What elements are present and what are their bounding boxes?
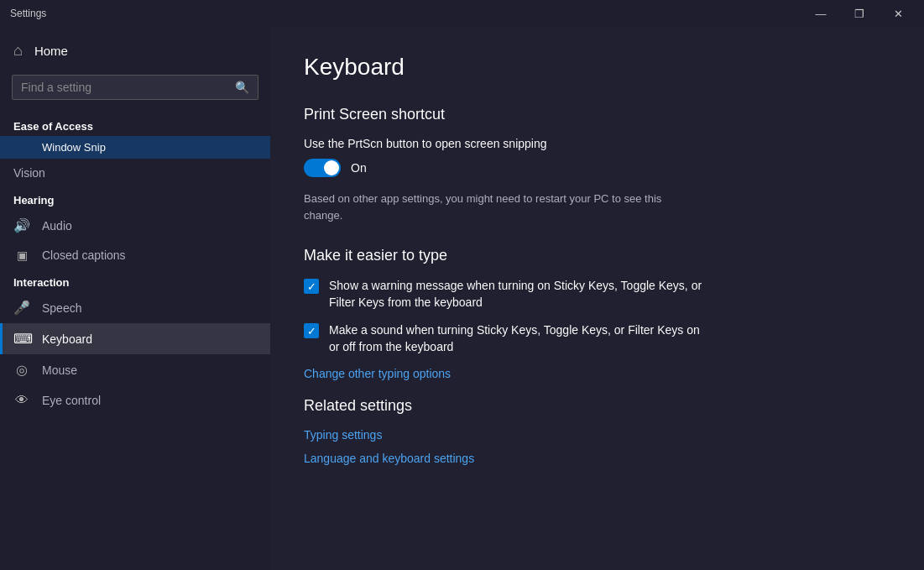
sidebar-home-label: Home: [34, 44, 68, 58]
keyboard-icon: ⌨: [13, 331, 30, 347]
eye-control-icon: 👁: [13, 393, 30, 408]
change-typing-options-link[interactable]: Change other typing options: [304, 367, 890, 380]
titlebar-title: Settings: [10, 8, 46, 19]
search-box: 🔍: [12, 75, 258, 100]
sidebar-item-closed-captions[interactable]: ▣ Closed captions: [0, 241, 270, 269]
titlebar: Settings — ❐ ✕: [0, 0, 924, 27]
section-interaction: Interaction: [0, 269, 270, 292]
toggle-row: On: [304, 159, 890, 177]
sticky-keys-warning-checkbox[interactable]: ✓: [304, 279, 319, 294]
sticky-keys-sound-label: Make a sound when turning Sticky Keys, T…: [329, 322, 707, 355]
make-easier-section: Make it easier to type ✓ Show a warning …: [304, 247, 890, 380]
sidebar-item-audio[interactable]: 🔊 Audio: [0, 210, 270, 241]
sidebar-item-eye-control[interactable]: 👁 Eye control: [0, 385, 270, 416]
sidebar-item-vision[interactable]: Vision: [0, 159, 270, 187]
minimize-button[interactable]: —: [801, 0, 840, 27]
checkbox-check-icon-2: ✓: [307, 326, 316, 337]
print-screen-section: Print Screen shortcut Use the PrtScn but…: [304, 106, 890, 223]
sidebar-item-speech[interactable]: 🎤 Speech: [0, 292, 270, 323]
sidebar-item-keyboard[interactable]: ⌨ Keyboard: [0, 323, 270, 354]
make-easier-title: Make it easier to type: [304, 247, 890, 264]
sidebar: ⌂ Home 🔍 Ease of Access Window Snip Visi…: [0, 27, 270, 570]
search-icon: 🔍: [227, 81, 258, 94]
page-title: Keyboard: [304, 54, 890, 81]
closed-captions-icon: ▣: [13, 248, 30, 262]
window-controls: — ❐ ✕: [801, 0, 917, 27]
close-button[interactable]: ✕: [879, 0, 917, 27]
print-screen-title: Print Screen shortcut: [304, 106, 890, 123]
audio-icon: 🔊: [13, 217, 30, 233]
toggle-knob: [324, 160, 339, 175]
restart-note: Based on other app settings, you might n…: [304, 191, 673, 223]
sidebar-item-home[interactable]: ⌂ Home: [0, 34, 270, 68]
typing-settings-link[interactable]: Typing settings: [304, 428, 890, 442]
checkbox-row-1: ✓ Show a warning message when turning on…: [304, 278, 707, 311]
home-icon: ⌂: [13, 42, 23, 60]
language-keyboard-settings-link[interactable]: Language and keyboard settings: [304, 452, 890, 465]
app-container: ⌂ Home 🔍 Ease of Access Window Snip Visi…: [0, 27, 924, 570]
related-settings-title: Related settings: [304, 397, 890, 415]
maximize-button[interactable]: ❐: [840, 0, 879, 27]
sidebar-item-mouse[interactable]: ◎ Mouse: [0, 354, 270, 385]
sidebar-item-window-snip[interactable]: Window Snip: [0, 136, 270, 159]
toggle-state-label: On: [351, 161, 367, 175]
print-screen-toggle[interactable]: [304, 159, 341, 177]
related-settings-section: Related settings Typing settings Languag…: [304, 397, 890, 465]
speech-icon: 🎤: [13, 300, 30, 316]
sticky-keys-warning-label: Show a warning message when turning on S…: [329, 278, 707, 311]
checkbox-row-2: ✓ Make a sound when turning Sticky Keys,…: [304, 322, 707, 355]
section-ease-of-access: Ease of Access: [0, 113, 270, 136]
content-area: Keyboard Print Screen shortcut Use the P…: [270, 27, 924, 570]
checkbox-check-icon: ✓: [307, 281, 316, 292]
section-hearing: Hearing: [0, 187, 270, 210]
print-screen-label: Use the PrtScn button to open screen sni…: [304, 137, 890, 150]
sticky-keys-sound-checkbox[interactable]: ✓: [304, 323, 319, 338]
mouse-icon: ◎: [13, 362, 30, 378]
search-input[interactable]: [13, 76, 227, 99]
